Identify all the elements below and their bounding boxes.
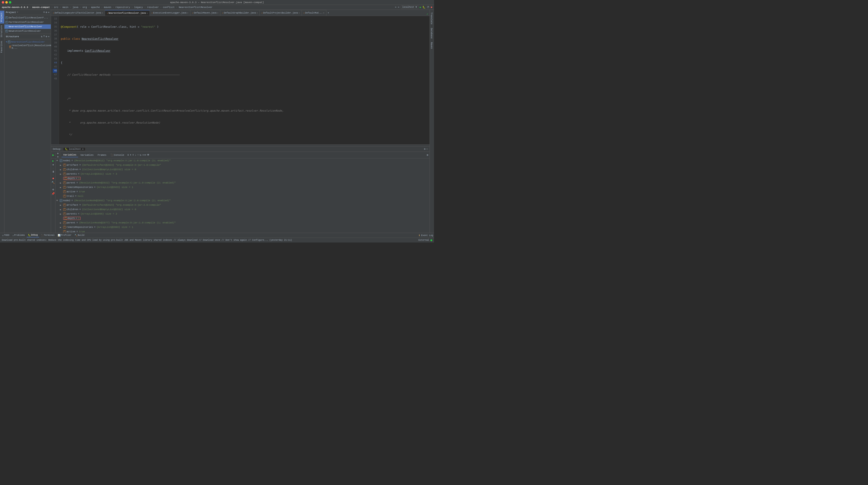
debug-session[interactable]: 🐛 localhost ✕ xyxy=(63,147,86,151)
tab-more[interactable]: ▾ xyxy=(327,10,330,16)
debug-tab-console[interactable]: ⬛ Console xyxy=(109,153,126,157)
tab-close[interactable]: ✕ xyxy=(323,12,324,14)
structure-item-method[interactable]: m resolveConflict(ResolutionNode, R... xyxy=(6,44,50,50)
tab-defaultlegacy[interactable]: J DefaultLegacyArtifactCollector.java ✕ xyxy=(51,10,105,16)
watch-icon[interactable]: 👁 xyxy=(147,153,150,157)
window-controls[interactable] xyxy=(2,1,11,4)
step-over-up[interactable]: ⊕ xyxy=(57,152,59,155)
stop-icon[interactable]: ■ xyxy=(431,6,432,9)
var-node1-parents[interactable]: ▶ f parents = {ArrayList@2921} size = 3 xyxy=(56,172,430,176)
step-out-icon[interactable]: ↑ xyxy=(137,154,139,157)
side-pause-btn[interactable]: ⏸ xyxy=(52,170,55,174)
bottom-tab-build[interactable]: 🔨 Build xyxy=(73,234,86,237)
nav-module[interactable]: maven-compat xyxy=(32,6,50,9)
run-config[interactable]: localhost ▼ xyxy=(401,5,418,9)
step-settings-icon[interactable]: ≡ xyxy=(127,154,129,157)
bottom-tab-debug-active[interactable]: 🐛 Debug xyxy=(27,234,39,237)
side-pin-btn[interactable]: 📌 xyxy=(52,192,55,195)
tree-item-newest[interactable]: C NewestConflictResolver xyxy=(4,29,51,33)
nav-java[interactable]: java xyxy=(72,6,78,9)
var-node2[interactable]: ▼ p node2 = {ResolutionNode@2803} "org.e… xyxy=(56,199,430,203)
var-node2-depth[interactable]: f depth = 2 xyxy=(56,216,430,220)
side-resume-btn[interactable]: ▶ xyxy=(52,159,54,163)
bottom-tab-profiler[interactable]: 📊 Profiler xyxy=(56,234,73,237)
translate-tab[interactable]: Translate xyxy=(430,11,434,26)
tree-item-nearest[interactable]: C NearestConflictResolver xyxy=(4,24,51,29)
side-build-btn[interactable]: 🔨 xyxy=(52,181,55,184)
close-panel-icon[interactable]: ✕ xyxy=(48,11,50,14)
close-button[interactable] xyxy=(2,1,4,4)
favorites-tab[interactable]: Favorites xyxy=(0,39,4,55)
var-node2-children[interactable]: ▶ f children = {Collections$EmptyList@23… xyxy=(56,207,430,212)
var-node2-active[interactable]: f active = true xyxy=(56,230,430,233)
nav-maven[interactable]: maven xyxy=(104,6,111,9)
tab-defaultproject[interactable]: J DefaultProjectBuilder.java ✕ xyxy=(259,10,302,16)
tab-defaultmaven[interactable]: J DefaultMaven.java ✕ xyxy=(190,10,220,16)
var-node1-parent[interactable]: ▶ f parent = {ResolutionNode@2922} "org.… xyxy=(56,181,430,185)
tab-nearest-active[interactable]: J NearestConflictResolver.java ✕ xyxy=(105,10,150,16)
var-node1[interactable]: ▼ p node1 = {ResolutionNode@2812} "org.e… xyxy=(56,158,430,163)
tab-close[interactable]: ✕ xyxy=(299,12,300,14)
var-node2-artifact[interactable]: ▶ f artifact = {DefaultArtifact@2815} "o… xyxy=(56,203,430,207)
side-settings-btn[interactable]: ⚙ xyxy=(52,188,54,191)
debug-tab-frames[interactable]: Frames xyxy=(96,153,108,157)
struct-close-icon[interactable]: ✕ xyxy=(48,35,50,38)
step-up-icon[interactable]: ⬆ xyxy=(130,153,131,157)
filter-icon[interactable]: T xyxy=(43,35,45,38)
step-down-icon[interactable]: ⬇ xyxy=(132,153,134,157)
tree-item-defaultconflict[interactable]: C DefaultConflictResolverF... xyxy=(4,16,51,20)
bottom-tab-problems[interactable]: ⚠ Problems xyxy=(11,234,26,237)
nav-classname[interactable]: NearestConflictResolver xyxy=(179,6,213,9)
tab-defaultmod[interactable]: J DefaultMod... ✕ xyxy=(302,10,327,16)
editor-scrollbar-h[interactable] xyxy=(51,145,430,146)
nav-project[interactable]: apache-maven-3.6.3 xyxy=(2,6,28,9)
var-node1-trail[interactable]: f trail = null xyxy=(56,194,430,199)
var-node1-active[interactable]: f active = true xyxy=(56,189,430,194)
tab-close[interactable]: ✕ xyxy=(256,12,258,14)
tree-item-farthest[interactable]: C FarthestConflictResolver xyxy=(4,20,51,24)
code-content[interactable]: @Component( role = ConflictResolver.clas… xyxy=(59,16,430,145)
collapse-icon[interactable]: ≡ xyxy=(43,11,45,14)
var-node2-remoterepos[interactable]: ▶ f remoteRepositories = {ArrayList@2883… xyxy=(56,225,430,230)
debug-minimize-btn[interactable]: — xyxy=(426,148,428,150)
nav-arrows[interactable]: ⬅ ➡ xyxy=(395,6,399,9)
tab-defaultgraph[interactable]: J DefaultGraphBuilder.java ✕ xyxy=(220,10,259,16)
evaluate-icon[interactable]: ⟹ xyxy=(142,153,146,157)
sort-icon[interactable]: ⇅ xyxy=(41,35,42,38)
step-over-down[interactable]: ⊖ xyxy=(57,155,59,158)
run-cursor-icon[interactable]: ↻ xyxy=(140,153,141,157)
debug-icon[interactable]: 🐛 xyxy=(423,6,426,9)
event-log-btn[interactable]: ℹ Event Log xyxy=(419,234,433,237)
run-icon[interactable]: ▶ xyxy=(420,6,421,9)
var-node2-parents[interactable]: ▶ f parents = {ArrayList@2955} size = 2 xyxy=(56,212,430,216)
debug-tab-variables2[interactable]: Variables xyxy=(79,153,95,157)
step-into-icon[interactable]: ↓ xyxy=(135,154,136,157)
nav-resolver[interactable]: resolver xyxy=(147,6,159,9)
tab-close[interactable]: ✕ xyxy=(217,12,218,14)
var-node1-children[interactable]: ▶ f children = {Collections$EmptyList@23… xyxy=(56,167,430,172)
nav-main[interactable]: main xyxy=(63,6,68,9)
tab-close[interactable]: ✕ xyxy=(187,12,188,14)
side-add-btn[interactable]: + xyxy=(52,163,54,166)
bottom-tab-terminal[interactable]: ⬛ Terminal xyxy=(39,234,56,237)
settings-icon[interactable]: ⚙ xyxy=(46,11,47,14)
var-node1-remoterepos[interactable]: ▶ f remoteRepositories = {ArrayList@2923… xyxy=(56,185,430,189)
tab-close-active[interactable]: ✕ xyxy=(147,12,148,14)
nav-conflict[interactable]: conflict xyxy=(163,6,175,9)
code-editor[interactable]: 33 34 35 36 37 38 39 40 41 42 43 44 45 4… xyxy=(51,16,430,145)
nav-repository[interactable]: repository xyxy=(115,6,130,9)
nav-org[interactable]: org xyxy=(83,6,87,9)
minimize-button[interactable] xyxy=(5,1,8,4)
maven-tab[interactable]: Maven xyxy=(430,40,434,51)
debug-settings-btn[interactable]: ⚙ xyxy=(424,148,426,150)
maximize-button[interactable] xyxy=(9,1,11,4)
nav-legacy[interactable]: legacy xyxy=(134,6,143,9)
nav-src[interactable]: src xyxy=(54,6,58,9)
var-node2-parent[interactable]: ▶ f parent = {ResolutionNode@2877} "org.… xyxy=(56,220,430,225)
tab-close-btn[interactable]: ✕ xyxy=(102,12,103,14)
debug-tab-variables1[interactable]: Variables xyxy=(61,153,78,157)
resume-btn[interactable]: ▶ xyxy=(52,153,54,157)
side-stop-btn[interactable]: ■ xyxy=(52,177,54,180)
restore-layout-btn[interactable]: ⊞ xyxy=(427,154,428,156)
coverage-icon[interactable]: ⏱ xyxy=(427,6,429,9)
